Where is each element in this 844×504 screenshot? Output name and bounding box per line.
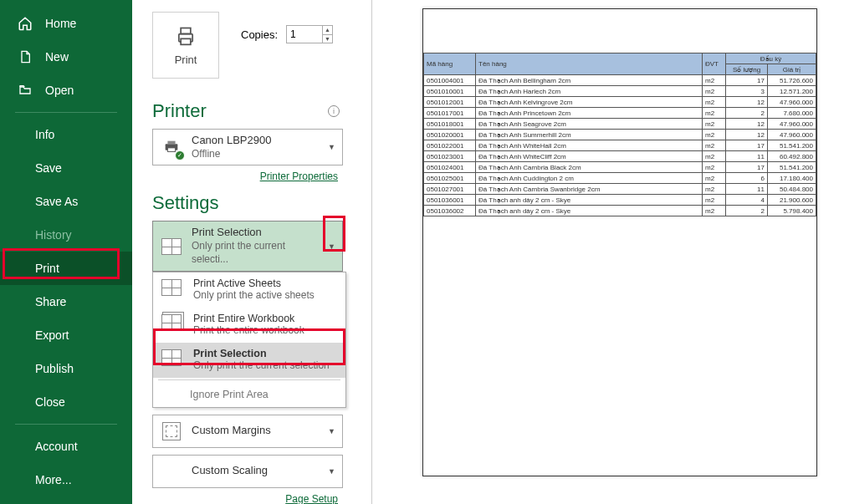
ok-badge-icon: [175, 150, 185, 160]
sidebar-label: Open: [45, 84, 74, 97]
sidebar-item-saveas[interactable]: Save As: [0, 185, 132, 218]
page-setup-link[interactable]: Page Setup: [152, 493, 338, 504]
svg-rect-4: [167, 141, 175, 145]
sidebar-item-open[interactable]: Open: [0, 74, 132, 107]
spinner-down[interactable]: ▼: [323, 35, 332, 43]
divider: [15, 112, 117, 113]
sidebar-item-close[interactable]: Close: [0, 385, 132, 419]
copies-input[interactable]: [287, 26, 322, 43]
copies-label: Copies:: [241, 28, 278, 41]
printer-icon: [172, 25, 199, 48]
margins-select[interactable]: Custom Margins ▼: [152, 415, 343, 448]
folder-open-icon: [17, 82, 33, 99]
sidebar-item-publish[interactable]: Publish: [0, 352, 132, 385]
margins-icon: [160, 420, 183, 443]
sidebar-item-account[interactable]: Account: [0, 430, 132, 463]
option-active-sheets[interactable]: Print Active SheetsOnly print the active…: [153, 272, 345, 308]
chevron-down-icon: ▼: [328, 242, 335, 251]
print-what-select[interactable]: Print Selection Only print the current s…: [152, 221, 343, 271]
printer-select[interactable]: Canon LBP2900 Offline ▼: [152, 129, 343, 165]
scaling-select[interactable]: Custom Scaling ▼: [152, 455, 343, 488]
sidebar-label: Home: [45, 17, 76, 30]
home-icon: [17, 15, 33, 32]
sidebar-item-new[interactable]: New: [0, 40, 132, 74]
chevron-down-icon: ▼: [328, 427, 335, 435]
blank-icon: [160, 460, 183, 483]
sidebar-item-print[interactable]: Print: [0, 252, 132, 285]
printer-status-icon: [160, 135, 183, 159]
sheet-selection-icon: [160, 235, 183, 258]
print-settings-panel: Print Copies: ▲▼ Printer i Canon LBP2900…: [132, 0, 371, 504]
print-what-dropdown: Print Active SheetsOnly print the active…: [152, 272, 346, 408]
printer-name: Canon LBP2900: [192, 134, 320, 148]
backstage-sidebar: Home New Open Info Save Save As History …: [0, 0, 132, 504]
sidebar-item-home[interactable]: Home: [0, 7, 132, 40]
document-icon: [17, 48, 33, 65]
sidebar-label: New: [45, 50, 69, 64]
sheet-icon: [161, 279, 185, 303]
printer-section-title: Printer: [152, 100, 207, 122]
spinner-up[interactable]: ▲: [323, 26, 332, 35]
divider: [15, 424, 117, 425]
ignore-print-area[interactable]: Ignore Print Area: [153, 382, 345, 407]
svg-rect-5: [167, 148, 175, 152]
print-preview: Mã hàngTên hàngĐVTĐầu kỳSố lượngGiá trị0…: [371, 0, 844, 504]
print-what-title: Print Selection: [192, 226, 320, 240]
copies-spinner[interactable]: ▲▼: [286, 25, 333, 43]
sidebar-item-export[interactable]: Export: [0, 318, 132, 352]
preview-page: Mã hàngTên hàngĐVTĐầu kỳSố lượngGiá trị0…: [422, 8, 817, 476]
svg-rect-1: [181, 28, 191, 33]
option-print-selection[interactable]: Print SelectionOnly print the current se…: [153, 343, 345, 378]
margins-label: Custom Margins: [192, 424, 320, 438]
chevron-down-icon: ▼: [328, 143, 335, 151]
chevron-down-icon: ▼: [328, 467, 335, 476]
divider: [158, 379, 340, 380]
sidebar-item-save[interactable]: Save: [0, 151, 132, 185]
sidebar-item-more[interactable]: More...: [0, 463, 132, 496]
preview-data-table: Mã hàngTên hàngĐVTĐầu kỳSố lượngGiá trị0…: [423, 53, 816, 216]
svg-rect-2: [181, 38, 191, 44]
sidebar-item-history: History: [0, 218, 132, 252]
printer-status: Offline: [192, 148, 320, 161]
info-icon[interactable]: i: [328, 105, 340, 117]
scaling-label: Custom Scaling: [192, 464, 320, 478]
workbook-icon: [161, 314, 185, 338]
sheet-selection-icon: [161, 349, 185, 373]
printer-properties-link[interactable]: Printer Properties: [152, 171, 338, 182]
print-button[interactable]: Print: [152, 12, 219, 79]
print-what-sub: Only print the current selecti...: [192, 240, 320, 266]
print-label: Print: [175, 53, 197, 66]
sidebar-item-info[interactable]: Info: [0, 118, 132, 151]
option-entire-workbook[interactable]: Print Entire WorkbookPrint the entire wo…: [153, 308, 345, 343]
settings-section-title: Settings: [152, 192, 219, 214]
sidebar-item-share[interactable]: Share: [0, 285, 132, 318]
